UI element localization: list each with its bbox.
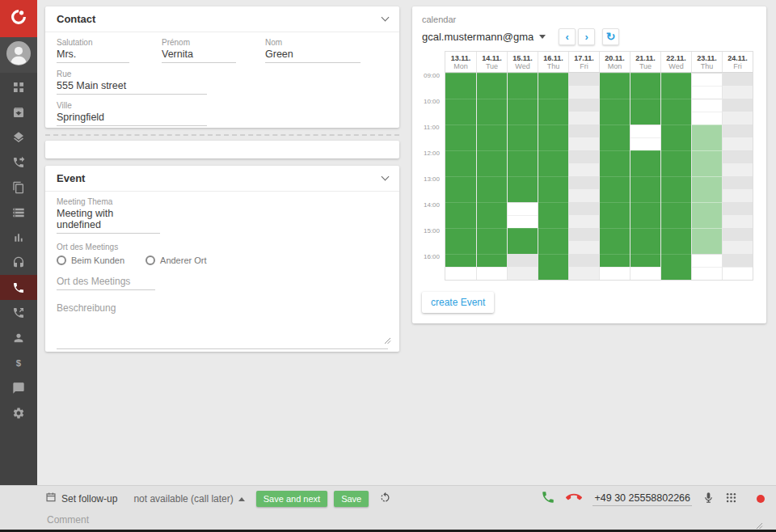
telephony-controls: +49 30 25558802266 bbox=[530, 489, 765, 509]
sidebar-item-call-transfer[interactable] bbox=[0, 150, 37, 175]
ort-des-meetings-input[interactable]: Ort des Meetings bbox=[57, 276, 155, 290]
caret-up-icon bbox=[238, 497, 245, 501]
field-label: Salutation bbox=[57, 38, 129, 47]
create-event-button[interactable]: create Event bbox=[422, 292, 494, 313]
sidebar-item-layers[interactable] bbox=[0, 125, 37, 150]
app-logo-icon bbox=[9, 7, 28, 30]
availability-dropdown[interactable]: not available (call later) bbox=[133, 493, 244, 505]
chevron-down-icon[interactable] bbox=[382, 14, 390, 22]
salutation-input[interactable]: Mrs. bbox=[57, 49, 129, 63]
user-avatar[interactable] bbox=[0, 37, 37, 73]
time-label: 11:00 bbox=[424, 124, 439, 131]
sidebar-item-settings[interactable] bbox=[0, 400, 37, 425]
calendar-account-select[interactable]: gcal.mustermann@gma bbox=[422, 31, 546, 43]
contact-card-title: Contact bbox=[57, 13, 95, 25]
follow-up-label: Set follow-up bbox=[61, 493, 117, 505]
day-header: 13.11.Mon bbox=[445, 52, 476, 72]
chevron-left-icon: ‹ bbox=[566, 31, 569, 43]
field-salutation: Salutation Mrs. bbox=[57, 38, 129, 63]
phone-hangup-icon bbox=[566, 489, 582, 509]
day-header: 24.11.Fri bbox=[722, 52, 753, 72]
sidebar-item-phone-outgoing[interactable] bbox=[0, 300, 37, 325]
field-label: Nom bbox=[265, 38, 361, 47]
section-divider bbox=[45, 134, 399, 136]
beschreibung-placeholder: Beschreibung bbox=[57, 302, 116, 314]
time-label: 09:00 bbox=[424, 72, 440, 79]
ville-input[interactable]: Springfield bbox=[57, 112, 207, 126]
availability-block-busy bbox=[538, 73, 568, 280]
calendar-next-button[interactable]: › bbox=[578, 28, 595, 45]
calendar-label: calendar bbox=[422, 15, 757, 24]
calendar-panel: calendar gcal.mustermann@gma ‹ › ↻ 09:00… bbox=[412, 6, 766, 323]
chevron-down-icon[interactable] bbox=[382, 173, 390, 181]
calendar-day-column[interactable] bbox=[660, 73, 691, 280]
sidebar-item-dashboard[interactable] bbox=[0, 74, 37, 99]
time-label: 12:00 bbox=[424, 150, 440, 157]
calendar-day-column[interactable] bbox=[445, 73, 476, 280]
sidebar-item-chat[interactable] bbox=[0, 375, 37, 400]
availability-block-busy bbox=[630, 150, 660, 267]
field-ville: Ville Springfield bbox=[57, 101, 207, 126]
sidebar-item-bar-chart[interactable] bbox=[0, 225, 37, 250]
phone-answer-icon bbox=[541, 490, 555, 508]
nom-input[interactable]: Green bbox=[265, 49, 361, 63]
sidebar-item-contact[interactable] bbox=[0, 325, 37, 350]
resize-handle-icon[interactable] bbox=[384, 336, 391, 347]
calendar-day-column[interactable] bbox=[507, 73, 538, 280]
calendar-day-column[interactable] bbox=[476, 73, 507, 280]
reset-icon bbox=[379, 492, 391, 507]
calendar-day-column[interactable] bbox=[599, 73, 630, 280]
radio-label: Anderer Ort bbox=[160, 255, 206, 265]
calendar-refresh-button[interactable]: ↻ bbox=[602, 28, 619, 45]
availability-label: not available (call later) bbox=[133, 493, 233, 505]
calendar-account-value: gcal.mustermann@gma bbox=[422, 31, 534, 43]
prenom-input[interactable]: Vernita bbox=[162, 49, 236, 63]
app-logo[interactable] bbox=[0, 0, 37, 37]
availability-block-busy bbox=[630, 73, 660, 125]
event-card-header[interactable]: Event bbox=[45, 166, 399, 192]
sidebar-item-phone[interactable] bbox=[0, 275, 37, 300]
dialpad-button[interactable] bbox=[725, 492, 737, 507]
save-button[interactable]: Save bbox=[334, 491, 369, 507]
mute-mic-button[interactable] bbox=[702, 492, 715, 507]
headset-icon bbox=[12, 256, 25, 269]
event-card-title: Event bbox=[57, 172, 85, 184]
set-follow-up-button[interactable]: Set follow-up bbox=[45, 492, 117, 506]
hangup-call-button[interactable] bbox=[566, 489, 582, 509]
ort-group-label: Ort des Meetings bbox=[57, 243, 388, 251]
answer-call-button[interactable] bbox=[541, 490, 555, 508]
calendar-prev-button[interactable]: ‹ bbox=[559, 28, 576, 45]
svg-text:$: $ bbox=[16, 357, 22, 367]
radio-label: Beim Kunden bbox=[71, 255, 124, 265]
calendar-grid: 09:0010:0011:0012:0013:0014:0015:0016:00… bbox=[422, 51, 757, 281]
availability-block-tentative bbox=[692, 125, 722, 254]
event-card: Event Meeting Thema Meeting with undefin… bbox=[45, 166, 399, 352]
contact-card-header[interactable]: Contact bbox=[45, 6, 399, 32]
sidebar-item-archive[interactable] bbox=[0, 99, 37, 125]
radio-anderer-ort[interactable]: Anderer Ort bbox=[146, 255, 206, 265]
comment-field[interactable]: Comment bbox=[47, 514, 763, 527]
sidebar-item-billing[interactable]: $ bbox=[0, 350, 37, 375]
calendar-columns: 13.11.Mon14.11.Tue15.11.Wed16.11.Thu17.1… bbox=[445, 51, 753, 281]
calendar-day-column[interactable] bbox=[691, 73, 722, 280]
sidebar-item-copy[interactable] bbox=[0, 175, 37, 200]
save-and-next-button[interactable]: Save and next bbox=[256, 491, 327, 507]
beschreibung-textarea[interactable]: Beschreibung bbox=[57, 302, 388, 349]
calendar-day-column[interactable] bbox=[630, 73, 660, 280]
day-header: 20.11.Mon bbox=[599, 52, 630, 72]
sidebar-item-headset[interactable] bbox=[0, 250, 37, 275]
collapsed-card[interactable] bbox=[45, 141, 399, 158]
radio-beim-kunden[interactable]: Beim Kunden bbox=[57, 255, 124, 265]
rue-input[interactable]: 555 Main street bbox=[57, 80, 207, 95]
meeting-thema-input[interactable]: Meeting with undefined bbox=[57, 208, 160, 234]
day-header: 23.11.Thu bbox=[691, 52, 722, 72]
calendar-day-column[interactable] bbox=[568, 73, 599, 280]
field-label: Rue bbox=[57, 70, 207, 78]
availability-block-unavailable bbox=[723, 73, 753, 267]
sidebar-item-queue[interactable] bbox=[0, 200, 37, 225]
phone-number-input[interactable]: +49 30 25558802266 bbox=[593, 492, 692, 506]
calendar-nav: ‹ › ↻ bbox=[559, 28, 622, 45]
calendar-day-column[interactable] bbox=[538, 73, 568, 280]
reset-button[interactable] bbox=[379, 492, 391, 507]
calendar-day-column[interactable] bbox=[722, 73, 753, 280]
